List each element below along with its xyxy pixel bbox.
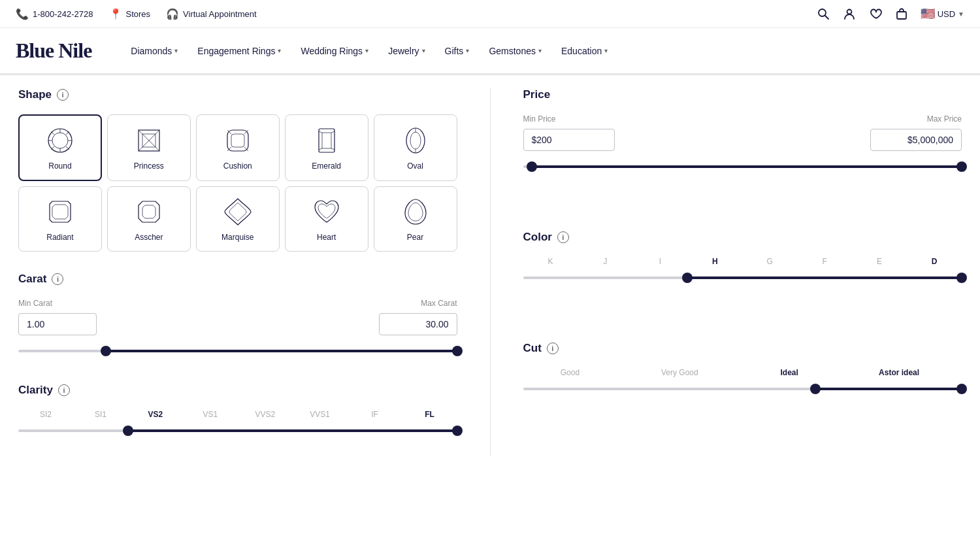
carat-info-icon[interactable]: i xyxy=(52,273,63,285)
cut-slider[interactable] xyxy=(523,382,962,395)
nav-item-diamonds[interactable]: Diamonds ▾ xyxy=(123,42,186,60)
shape-princess-label: Princess xyxy=(134,161,164,171)
phone-item[interactable]: 📞 1-800-242-2728 xyxy=(16,8,93,20)
bag-icon[interactable] xyxy=(894,7,909,21)
max-price-label: Max Price xyxy=(927,114,962,124)
shape-radiant[interactable]: Radiant xyxy=(18,186,102,252)
logo[interactable]: Blue Nile xyxy=(16,39,91,63)
shape-princess[interactable]: Princess xyxy=(107,114,191,181)
shape-header: Shape i xyxy=(18,88,457,101)
cut-grade-good: Good xyxy=(523,368,617,377)
search-icon[interactable] xyxy=(816,7,830,21)
nav-item-gifts[interactable]: Gifts ▾ xyxy=(437,42,478,60)
svg-line-18 xyxy=(149,141,159,151)
emerald-icon xyxy=(311,125,342,156)
clarity-grade-fl: FL xyxy=(402,410,457,419)
min-price-input[interactable] xyxy=(523,129,615,151)
nav-item-jewelry[interactable]: Jewelry ▾ xyxy=(380,42,433,60)
left-filter-col: Shape i xyxy=(18,88,490,456)
carat-min-thumb[interactable] xyxy=(101,346,111,356)
price-max-thumb[interactable] xyxy=(956,161,967,172)
shape-heart[interactable]: Heart xyxy=(285,186,368,252)
max-carat-input[interactable] xyxy=(379,313,457,335)
shape-marquise[interactable]: Marquise xyxy=(196,186,280,252)
clarity-min-thumb[interactable] xyxy=(123,426,133,436)
nav-item-wedding-rings[interactable]: Wedding Rings ▾ xyxy=(293,42,376,60)
shape-oval[interactable]: Oval xyxy=(374,114,457,181)
color-min-thumb[interactable] xyxy=(682,273,693,283)
price-fill xyxy=(532,165,962,168)
min-carat-label: Min Carat xyxy=(18,299,52,308)
cut-info-icon[interactable]: i xyxy=(547,343,559,354)
virtual-appointment-label: Virtual Appointment xyxy=(183,9,257,19)
svg-line-29 xyxy=(331,131,335,133)
nav-label-engagement-rings: Engagement Rings xyxy=(197,46,275,56)
carat-max-thumb[interactable] xyxy=(452,346,463,356)
color-grade-d: D xyxy=(907,257,962,266)
currency-label: USD xyxy=(938,9,955,19)
clarity-info-icon[interactable]: i xyxy=(58,384,70,396)
shape-emerald[interactable]: Emerald xyxy=(285,114,368,181)
max-price-input[interactable] xyxy=(870,129,962,151)
clarity-slider[interactable] xyxy=(18,424,457,437)
stores-item[interactable]: 📍 Stores xyxy=(109,8,151,20)
svg-line-1 xyxy=(825,16,828,19)
phone-icon: 📞 xyxy=(16,8,29,20)
cut-section: Cut i Good Very Good Ideal Astor ideal xyxy=(523,342,962,395)
svg-line-11 xyxy=(66,146,69,149)
color-grade-i: I xyxy=(632,257,687,266)
clarity-scale-labels: SI2 SI1 VS2 VS1 VVS2 VVS1 IF FL xyxy=(18,410,457,419)
color-header: Color i xyxy=(523,231,962,244)
clarity-grade-vs2: VS2 xyxy=(128,410,183,419)
clarity-max-thumb[interactable] xyxy=(452,426,463,436)
virtual-appointment-item[interactable]: 🎧 Virtual Appointment xyxy=(166,8,257,20)
cut-fill xyxy=(815,388,962,390)
account-icon[interactable] xyxy=(842,7,857,21)
shape-round[interactable]: Round xyxy=(18,114,102,181)
carat-header: Carat i xyxy=(18,273,457,286)
color-slider[interactable] xyxy=(523,271,962,284)
color-fill xyxy=(687,276,962,279)
max-carat-label: Max Carat xyxy=(421,299,457,308)
nav-chevron-gifts: ▾ xyxy=(466,47,469,54)
heart-icon xyxy=(311,196,342,227)
nav-item-gemstones[interactable]: Gemstones ▾ xyxy=(481,42,549,60)
cut-min-thumb[interactable] xyxy=(810,384,821,394)
svg-line-10 xyxy=(51,131,54,134)
shape-pear[interactable]: Pear xyxy=(374,186,457,252)
shape-asscher[interactable]: Asscher xyxy=(107,186,191,252)
color-label: Color xyxy=(523,231,552,244)
nav-item-engagement-rings[interactable]: Engagement Rings ▾ xyxy=(189,42,289,60)
currency-selector[interactable]: 🇺🇸 USD ▼ xyxy=(921,7,964,21)
carat-slider[interactable] xyxy=(18,344,457,358)
cut-scale-labels: Good Very Good Ideal Astor ideal xyxy=(523,368,962,377)
shape-cushion[interactable]: Cushion xyxy=(196,114,280,181)
cut-max-thumb[interactable] xyxy=(956,384,967,394)
color-max-thumb[interactable] xyxy=(956,273,967,283)
color-info-icon[interactable]: i xyxy=(557,231,569,243)
nav-label-jewelry: Jewelry xyxy=(388,46,419,56)
min-carat-input[interactable] xyxy=(18,313,97,335)
price-slider[interactable] xyxy=(523,160,962,173)
shape-grid: Round Princess xyxy=(18,114,457,252)
cut-grade-astor-ideal: Astor ideal xyxy=(836,368,962,377)
color-grade-j: J xyxy=(578,257,632,266)
shape-round-label: Round xyxy=(48,161,71,171)
nav-chevron-jewelry: ▾ xyxy=(422,47,425,54)
nav-item-education[interactable]: Education ▾ xyxy=(553,42,615,60)
marquise-icon xyxy=(222,196,253,227)
clarity-section: Clarity i SI2 SI1 VS2 VS1 VVS2 VVS1 IF F… xyxy=(18,384,457,437)
svg-line-15 xyxy=(139,130,149,141)
oval-icon xyxy=(400,125,431,156)
wishlist-icon[interactable] xyxy=(868,7,883,21)
clarity-grade-si2: SI2 xyxy=(18,410,73,419)
clarity-grade-vs1: VS1 xyxy=(183,410,238,419)
shape-info-icon[interactable]: i xyxy=(57,89,69,101)
clarity-label: Clarity xyxy=(18,384,53,397)
svg-line-12 xyxy=(66,131,69,134)
svg-marker-37 xyxy=(52,205,68,219)
price-min-thumb[interactable] xyxy=(527,161,537,172)
svg-line-17 xyxy=(139,141,149,151)
princess-icon xyxy=(133,125,165,156)
shape-marquise-label: Marquise xyxy=(221,233,253,242)
